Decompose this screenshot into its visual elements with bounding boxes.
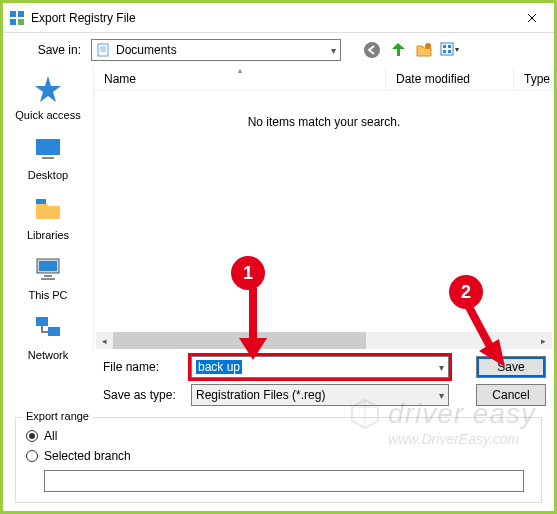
filetype-select[interactable]: Registration Files (*.reg) ▾ (191, 384, 449, 406)
button-label: Cancel (492, 388, 529, 402)
quick-access-icon (32, 73, 64, 105)
sidebar-item-label: Libraries (27, 229, 69, 241)
column-label: Name (104, 72, 136, 86)
column-name[interactable]: Name ▴ (94, 67, 386, 90)
view-menu-button[interactable] (439, 39, 461, 61)
sidebar-item-desktop[interactable]: Desktop (8, 133, 88, 181)
regedit-icon (9, 10, 25, 26)
chevron-down-icon: ▾ (439, 390, 444, 401)
button-label: Save (497, 360, 524, 374)
sidebar-item-label: This PC (28, 289, 67, 301)
export-range-group: Export range All Selected branch (15, 417, 542, 503)
radio-label: Selected branch (44, 449, 131, 463)
cancel-button[interactable]: Cancel (476, 384, 546, 406)
new-folder-button[interactable] (413, 39, 435, 61)
this-pc-icon (32, 253, 64, 285)
file-list-area: Name ▴ Date modified Type No items match… (93, 67, 554, 349)
sidebar: Quick access Desktop Libraries This PC N… (3, 67, 93, 349)
radio-icon (26, 430, 38, 442)
filename-value: back up (196, 360, 242, 374)
documents-icon (96, 42, 112, 58)
svg-rect-7 (441, 43, 453, 55)
svg-point-5 (364, 42, 380, 58)
svg-rect-8 (443, 45, 446, 48)
scroll-right-button[interactable]: ▸ (535, 332, 552, 349)
radio-label: All (44, 429, 57, 443)
svg-rect-2 (10, 19, 16, 25)
svg-rect-10 (443, 50, 446, 53)
main-area: Quick access Desktop Libraries This PC N… (3, 67, 554, 349)
sidebar-item-this-pc[interactable]: This PC (8, 253, 88, 301)
network-icon (32, 313, 64, 345)
titlebar: Export Registry File (3, 3, 554, 33)
scroll-thumb[interactable] (113, 332, 366, 349)
save-in-value: Documents (116, 43, 331, 57)
sidebar-item-label: Desktop (28, 169, 68, 181)
radio-icon (26, 450, 38, 462)
scroll-left-button[interactable]: ◂ (96, 332, 113, 349)
empty-message: No items match your search. (94, 91, 554, 153)
svg-rect-3 (18, 19, 24, 25)
save-in-select[interactable]: Documents ▾ (91, 39, 341, 61)
sidebar-item-libraries[interactable]: Libraries (8, 193, 88, 241)
filename-input[interactable]: back up ▾ (191, 356, 449, 378)
save-button[interactable]: Save (476, 356, 546, 378)
filetype-label: Save as type: (103, 388, 183, 402)
scroll-track[interactable] (113, 332, 535, 349)
export-range-title: Export range (22, 410, 93, 422)
back-button[interactable] (361, 39, 383, 61)
chevron-down-icon: ▾ (331, 45, 336, 56)
svg-rect-14 (36, 199, 46, 204)
column-type[interactable]: Type (514, 67, 554, 90)
radio-selected-branch[interactable]: Selected branch (26, 446, 531, 466)
column-label: Date modified (396, 72, 470, 86)
save-in-label: Save in: (15, 43, 85, 57)
toolbar: Save in: Documents ▾ (3, 33, 554, 67)
sort-arrow-icon: ▴ (238, 66, 242, 75)
sidebar-item-network[interactable]: Network (8, 313, 88, 361)
svg-rect-19 (36, 317, 48, 326)
horizontal-scrollbar[interactable]: ◂ ▸ (96, 332, 552, 349)
svg-rect-4 (98, 44, 108, 56)
desktop-icon (32, 133, 64, 165)
branch-path-input[interactable] (44, 470, 524, 492)
svg-rect-17 (44, 275, 52, 277)
svg-rect-9 (448, 45, 451, 48)
sidebar-item-label: Network (28, 349, 68, 361)
svg-rect-12 (36, 139, 60, 155)
libraries-icon (32, 193, 64, 225)
svg-rect-11 (448, 50, 451, 53)
svg-rect-0 (10, 11, 16, 17)
svg-rect-20 (48, 327, 60, 336)
filename-label: File name: (103, 360, 183, 374)
svg-rect-13 (42, 157, 54, 159)
sidebar-item-quick-access[interactable]: Quick access (8, 73, 88, 121)
up-button[interactable] (387, 39, 409, 61)
filetype-value: Registration Files (*.reg) (196, 388, 325, 402)
svg-point-6 (425, 43, 431, 49)
sidebar-item-label: Quick access (15, 109, 80, 121)
column-headers: Name ▴ Date modified Type (94, 67, 554, 91)
column-label: Type (524, 72, 550, 86)
chevron-down-icon: ▾ (439, 362, 444, 373)
svg-rect-16 (39, 261, 57, 271)
window-title: Export Registry File (31, 11, 509, 25)
close-button[interactable] (509, 3, 554, 33)
svg-rect-18 (41, 278, 55, 280)
svg-rect-1 (18, 11, 24, 17)
radio-all[interactable]: All (26, 426, 531, 446)
column-date[interactable]: Date modified (386, 67, 514, 90)
